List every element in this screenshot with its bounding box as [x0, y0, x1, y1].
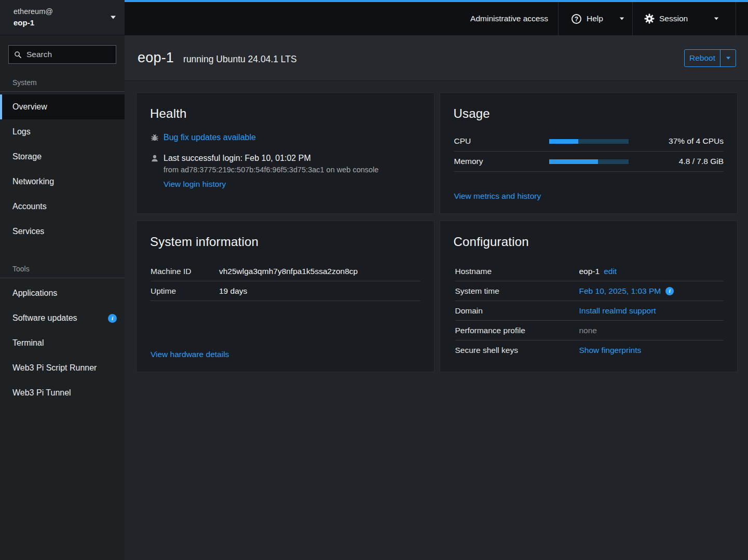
chevron-down-icon [714, 17, 719, 20]
overview-content: Health [125, 81, 748, 560]
sidebar-item-label: Accounts [12, 202, 47, 211]
system-time-label: System time [455, 286, 579, 296]
sidebar-item-web3-pi-tunnel[interactable]: Web3 Pi Tunnel [0, 380, 125, 405]
machine-id-row: Machine ID vh25wlga3qmh7y8nfpa1k5ssa2zon… [151, 262, 420, 281]
bug-icon [151, 133, 159, 142]
machine-id-label: Machine ID [151, 267, 219, 276]
content-column: eop-1 running Ubuntu 24.04.1 LTS Reboot … [125, 35, 748, 560]
system-time-link[interactable]: Feb 10, 2025, 1:03 PM [579, 286, 661, 296]
host-user: ethereum@ [13, 6, 110, 17]
masthead: Administrative access ? Help [125, 0, 748, 35]
sidebar-item-label: Overview [12, 102, 47, 112]
host-block: ethereum@ eop-1 [13, 6, 110, 29]
sidebar-item-software-updates[interactable]: Software updatesi [0, 306, 125, 331]
cpu-progressbar [549, 139, 629, 144]
secure-shell-keys-row: Secure shell keys Show fingerprints [455, 340, 724, 360]
administrative-access-label: Administrative access [470, 14, 548, 23]
sidebar-item-label: Logs [12, 127, 31, 136]
info-icon[interactable]: i [665, 287, 674, 295]
sidebar-item-label: Web3 Pi Script Runner [12, 363, 97, 373]
login-from-text: from ad78:3775:219c:507b:54f6:96f5:3d75:… [164, 166, 378, 174]
sidebar-item-web3-pi-script-runner[interactable]: Web3 Pi Script Runner [0, 356, 125, 380]
sidebar-item-label: Web3 Pi Tunnel [12, 388, 71, 398]
view-login-history-link[interactable]: View login history [164, 180, 226, 189]
search-input[interactable] [26, 50, 111, 59]
session-menu[interactable]: Session [632, 2, 736, 35]
nav-section-system: System [0, 64, 125, 91]
uptime-row: Uptime 19 days [151, 281, 420, 301]
usage-card: Usage CPU 37% of 4 CPUs Memory 4.8 / 7.8… [440, 92, 738, 214]
search-box [8, 45, 116, 64]
reboot-split-button: Reboot [684, 49, 736, 67]
sidebar-item-networking[interactable]: Networking [0, 169, 125, 194]
help-menu[interactable]: ? Help [558, 2, 632, 35]
memory-value: 4.8 / 7.8 GiB [629, 157, 724, 166]
nav-divider [0, 91, 125, 92]
cpu-value: 37% of 4 CPUs [629, 136, 724, 146]
sidebar-item-storage[interactable]: Storage [0, 144, 125, 169]
reboot-button[interactable]: Reboot [685, 50, 720, 66]
login-info: Last successful login: Feb 10, 01:02 PM … [164, 154, 378, 189]
host-switcher[interactable]: ethereum@ eop-1 [0, 0, 125, 35]
nav-section-tools: Tools [0, 244, 125, 278]
user-icon [151, 154, 159, 162]
svg-text:?: ? [575, 15, 578, 22]
last-login-text: Last successful login: Feb 10, 01:02 PM [164, 154, 378, 163]
sidebar-item-label: Software updates [12, 313, 77, 323]
system-information-body: Machine ID vh25wlga3qmh7y8nfpa1k5ssa2zon… [137, 249, 434, 372]
page-title: eop-1 [138, 50, 174, 66]
hostname-row: Hostname eop-1 edit [455, 262, 724, 281]
chevron-down-icon [726, 57, 731, 60]
system-time-row: System time Feb 10, 2025, 1:03 PM i [455, 281, 724, 301]
health-card-title: Health [137, 93, 434, 121]
cockpit-app: ethereum@ eop-1 System Overview Logs Sto… [0, 0, 748, 560]
bug-fix-updates-link[interactable]: Bug fix updates available [164, 133, 256, 142]
hostname-value: eop-1 [579, 267, 600, 276]
performance-profile-row: Performance profile none [455, 321, 724, 340]
system-information-card: System information Machine ID vh25wlga3q… [136, 221, 434, 372]
nav-divider [0, 278, 125, 278]
secure-shell-keys-label: Secure shell keys [455, 346, 579, 355]
search-wrap [0, 35, 125, 64]
sidebar-item-label: Services [12, 227, 44, 236]
configuration-body: Hostname eop-1 edit System time Feb 10, … [440, 249, 738, 372]
help-icon: ? [571, 13, 582, 24]
chevron-down-icon [110, 16, 116, 19]
cpu-usage-row: CPU 37% of 4 CPUs [454, 131, 724, 152]
page-subtitle: running Ubuntu 24.04.1 LTS [183, 51, 297, 65]
hostname-edit-link[interactable]: edit [604, 267, 617, 276]
host-name: eop-1 [13, 17, 110, 29]
administrative-access-button[interactable]: Administrative access [458, 2, 558, 35]
gear-icon [644, 13, 655, 24]
page-header: eop-1 running Ubuntu 24.04.1 LTS Reboot [125, 35, 748, 81]
view-metrics-link[interactable]: View metrics and history [454, 192, 724, 201]
sidebar-item-services[interactable]: Services [0, 219, 125, 244]
install-realmd-link[interactable]: Install realmd support [579, 306, 656, 316]
reboot-dropdown-toggle[interactable] [720, 50, 736, 66]
sidebar-item-accounts[interactable]: Accounts [0, 194, 125, 219]
sidebar-item-terminal[interactable]: Terminal [0, 331, 125, 356]
view-hardware-details-link[interactable]: View hardware details [151, 350, 420, 359]
uptime-label: Uptime [151, 286, 219, 296]
sidebar: ethereum@ eop-1 System Overview Logs Sto… [0, 0, 125, 560]
memory-progressbar [549, 159, 629, 164]
sidebar-nav: System Overview Logs Storage Networking … [0, 64, 125, 405]
sidebar-item-logs[interactable]: Logs [0, 119, 125, 144]
machine-id-value: vh25wlga3qmh7y8nfpa1k5ssa2zon8cp [219, 267, 358, 276]
configuration-title: Configuration [440, 221, 738, 249]
updates-row: Bug fix updates available [151, 133, 420, 142]
sidebar-item-applications[interactable]: Applications [0, 281, 125, 306]
sidebar-item-overview[interactable]: Overview [0, 94, 125, 119]
cpu-progress-fill [549, 139, 579, 144]
main-column: Administrative access ? Help [125, 0, 748, 560]
system-information-title: System information [137, 221, 434, 249]
configuration-card: Configuration Hostname eop-1 edit System… [440, 221, 738, 372]
sidebar-item-label: Storage [12, 152, 42, 161]
search-icon [14, 51, 22, 59]
help-label: Help [587, 14, 603, 23]
show-fingerprints-link[interactable]: Show fingerprints [579, 346, 642, 355]
cpu-label: CPU [454, 136, 549, 146]
uptime-value: 19 days [219, 286, 247, 296]
performance-profile-value: none [579, 326, 597, 335]
sidebar-item-label: Terminal [12, 338, 44, 348]
